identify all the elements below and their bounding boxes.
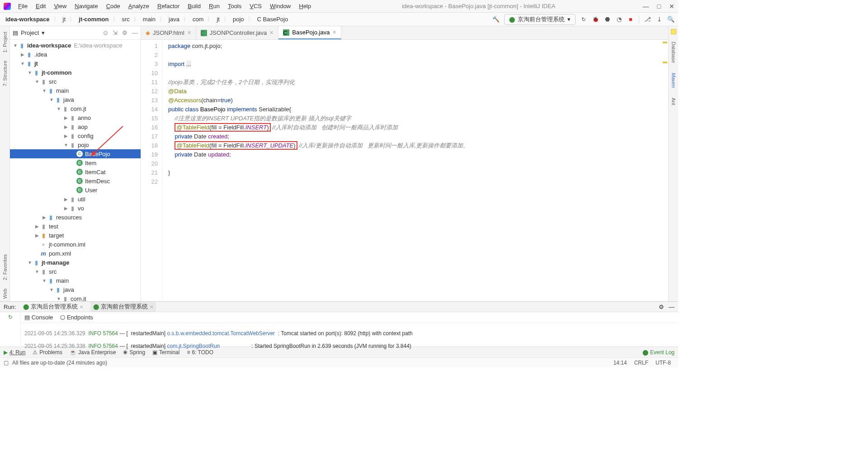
expand-icon[interactable]: ⇲ xyxy=(113,29,118,36)
menu-code[interactable]: Code xyxy=(103,2,124,10)
tool-java-ee[interactable]: ☕ Java Enterprise xyxy=(70,349,116,356)
gear-icon[interactable]: ⚙ xyxy=(659,304,664,310)
breadcrumb[interactable]: idea-workspace〉jt〉jt-common〉src〉main〉jav… xyxy=(4,15,290,24)
tree-item[interactable]: ▼▮com.jt xyxy=(10,104,141,113)
run-config-selector[interactable]: ⬤ 京淘前台管理系统 ▾ xyxy=(504,14,576,25)
debug-icon[interactable]: 🐞 xyxy=(592,16,599,23)
quick-access-icon[interactable]: ▢ xyxy=(4,360,9,366)
tree-item[interactable]: mpom.xml xyxy=(10,249,141,258)
tree-item[interactable]: ▼▮jt-manage xyxy=(10,258,141,267)
tool-problems[interactable]: ⚠ Problems xyxy=(33,349,62,356)
hide-icon[interactable]: — xyxy=(132,29,138,36)
menu-analyze[interactable]: Analyze xyxy=(125,2,153,10)
tree-item[interactable]: ▼▮src xyxy=(10,267,141,276)
minimize-icon[interactable]: — xyxy=(643,3,649,10)
menu-refactor[interactable]: Refactor xyxy=(154,2,183,10)
breadcrumb-item[interactable]: pojo xyxy=(231,15,246,24)
endpoints-tab[interactable]: ⬡ Endpoints xyxy=(60,314,93,321)
tool-database[interactable]: Database xyxy=(671,39,676,66)
close-icon[interactable]: ✕ xyxy=(150,304,153,309)
tree-item[interactable]: CUser xyxy=(10,185,141,195)
menu-view[interactable]: View xyxy=(50,2,70,10)
rerun-icon[interactable]: ↻ xyxy=(580,16,587,23)
close-icon[interactable]: ✕ xyxy=(80,304,83,309)
tree-item[interactable]: ▼▮com.jt xyxy=(10,294,141,301)
menu-build[interactable]: Build xyxy=(184,2,204,10)
code-body[interactable]: package com.jt.pojo;import ...//pojo基类，完… xyxy=(163,40,668,301)
run-tab-2[interactable]: ⬤ 京淘前台管理系统 ✕ xyxy=(90,302,156,312)
menu-navigate[interactable]: Navigate xyxy=(71,2,101,10)
tree-item[interactable]: ▶▮.idea xyxy=(10,50,141,59)
tree-item[interactable]: ▼▮java xyxy=(10,95,141,104)
menu-tools[interactable]: Tools xyxy=(224,2,245,10)
tree-item[interactable]: CItemDesc xyxy=(10,176,141,185)
rerun-icon[interactable]: ↻ xyxy=(8,314,13,320)
tree-item[interactable]: ▼▮pojo xyxy=(10,140,141,149)
select-opened-icon[interactable]: ⊙ xyxy=(103,29,108,36)
tool-project[interactable]: 1: Project xyxy=(2,29,8,55)
breadcrumb-item[interactable]: jt-common xyxy=(77,15,110,24)
line-separator[interactable]: CRLF xyxy=(631,360,652,366)
tree-item[interactable]: ▼▮jt xyxy=(10,59,141,68)
console-output[interactable]: 2021-09-05 14:25:36.329 INFO 57564 --- [… xyxy=(21,323,678,363)
tree-item[interactable]: ▶▮vo xyxy=(10,204,141,213)
breadcrumb-item[interactable]: jt xyxy=(215,15,222,24)
tool-todo[interactable]: ≡ 6: TODO xyxy=(187,349,213,356)
editor-tab[interactable]: CJSONPController.java✕ xyxy=(196,26,278,39)
code-editor[interactable]: 12310111213141516171819202122 package co… xyxy=(141,40,668,301)
menu-vcs[interactable]: VCS xyxy=(246,2,265,10)
close-icon[interactable]: ✕ xyxy=(187,30,191,36)
update-icon[interactable]: ⤓ xyxy=(656,16,663,23)
tree-item[interactable]: ▶▮target xyxy=(10,231,141,240)
tool-run[interactable]: ▶4: Run xyxy=(4,349,25,356)
tool-spring[interactable]: ❀ Spring xyxy=(123,349,145,356)
breadcrumb-item[interactable]: jt xyxy=(61,15,68,24)
tree-item[interactable]: CItem xyxy=(10,158,141,167)
tree-item[interactable]: ▼▮idea-workspaceE:\idea-workspace xyxy=(10,41,141,50)
tool-terminal[interactable]: ▣ Terminal xyxy=(152,349,179,356)
profile-icon[interactable]: ◔ xyxy=(615,16,623,23)
tree-item[interactable]: ▶▮util xyxy=(10,195,141,204)
editor-tab[interactable]: CBasePojo.java✕ xyxy=(278,26,341,39)
tree-item[interactable]: ▼▮main xyxy=(10,276,141,285)
tree-item[interactable]: CBasePojo xyxy=(10,149,141,158)
project-tree[interactable]: ▼▮idea-workspaceE:\idea-workspace▶▮.idea… xyxy=(10,40,141,301)
breadcrumb-item[interactable]: com xyxy=(191,15,206,24)
tool-maven[interactable]: Maven xyxy=(671,70,676,90)
editor-tab[interactable]: ◆JSONP.html✕ xyxy=(141,26,196,39)
breadcrumb-item[interactable]: main xyxy=(141,15,157,24)
close-icon[interactable]: ✕ xyxy=(269,30,274,36)
tool-web[interactable]: Web xyxy=(2,286,8,301)
menu-run[interactable]: Run xyxy=(205,2,223,10)
file-encoding[interactable]: UTF-8 xyxy=(652,360,675,366)
close-icon[interactable]: ✕ xyxy=(669,3,675,10)
hide-icon[interactable]: — xyxy=(669,304,675,310)
tree-item[interactable]: ▶▮aop xyxy=(10,122,141,131)
search-icon[interactable]: 🔍 xyxy=(667,16,675,23)
menu-help[interactable]: Help xyxy=(295,2,315,10)
menu-window[interactable]: Window xyxy=(266,2,294,10)
project-title[interactable]: Project xyxy=(21,29,39,36)
caret-position[interactable]: 14:14 xyxy=(610,360,631,366)
run-tab-1[interactable]: ⬤ 京淘后台管理系统 ✕ xyxy=(20,302,86,312)
tree-item[interactable]: ▼▮main xyxy=(10,86,141,95)
coverage-icon[interactable]: ⬣ xyxy=(604,16,611,23)
close-icon[interactable]: ✕ xyxy=(332,29,336,35)
build-icon[interactable]: 🔨 xyxy=(492,16,500,23)
tree-item[interactable]: ▫jt-common.iml xyxy=(10,240,141,249)
tree-item[interactable]: CItemCat xyxy=(10,167,141,176)
tree-item[interactable]: ▶▮config xyxy=(10,131,141,140)
gear-icon[interactable]: ⚙ xyxy=(122,29,127,36)
tree-item[interactable]: ▼▮jt-common xyxy=(10,68,141,77)
tree-item[interactable]: ▶▮anno xyxy=(10,113,141,122)
chevron-down-icon[interactable]: ▾ xyxy=(42,29,45,36)
menu-file[interactable]: File xyxy=(14,2,31,10)
tree-item[interactable]: ▶▮test xyxy=(10,222,141,231)
stop-icon[interactable]: ■ xyxy=(627,16,634,23)
tool-ant[interactable]: Ant xyxy=(671,95,676,108)
tool-favorites[interactable]: 2: Favorites xyxy=(2,252,8,283)
maximize-icon[interactable]: □ xyxy=(657,3,661,10)
console-tab[interactable]: ▤ Console xyxy=(24,314,53,321)
tree-item[interactable]: ▼▮java xyxy=(10,285,141,294)
tool-structure[interactable]: 7: Structure xyxy=(2,58,8,89)
